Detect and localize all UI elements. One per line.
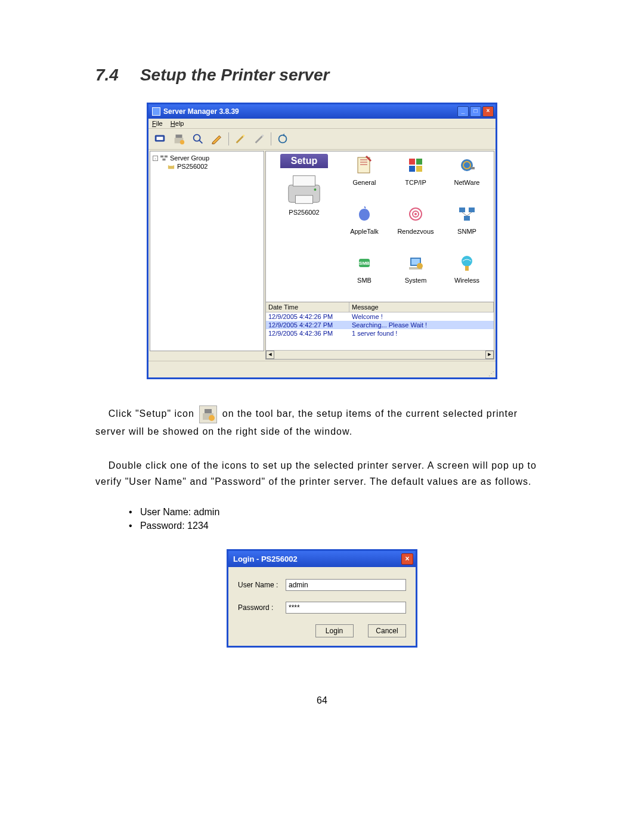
log-head-message[interactable]: Message [349, 302, 494, 312]
general-label: General [352, 179, 376, 186]
scroll-left-icon[interactable]: ◄ [266, 351, 274, 359]
svg-point-9 [279, 135, 287, 143]
snmp-label: SNMP [457, 228, 476, 235]
printer-label: PS256002 [268, 209, 340, 216]
heading-number: 7.4 [95, 66, 119, 84]
para2: Double click one of the icons to set up … [95, 460, 537, 487]
login-button[interactable]: Login [315, 624, 354, 637]
toolbar-server-icon[interactable] [152, 131, 168, 147]
toolbar-wand1-icon[interactable] [233, 131, 248, 147]
log-dt: 12/9/2005 4:42:36 PM [266, 329, 349, 337]
printer-icon[interactable] [284, 172, 324, 208]
svg-rect-23 [416, 166, 422, 172]
toolbar-edit-icon[interactable] [209, 131, 225, 147]
svg-rect-3 [176, 135, 182, 138]
snmp-icon[interactable]: SNMP [442, 204, 491, 250]
wireless-label: Wireless [454, 277, 479, 284]
log-msg: Searching... Please Wait ! [349, 321, 494, 329]
toolbar-refresh-icon[interactable] [275, 131, 290, 147]
svg-rect-22 [409, 166, 415, 172]
tcpip-label: TCP/IP [405, 179, 426, 186]
log-msg: 1 server found ! [349, 329, 494, 337]
log-dt: 12/9/2005 4:42:27 PM [266, 321, 349, 329]
menu-file[interactable]: File [152, 120, 163, 127]
tcpip-icon[interactable]: TCP/IP [391, 155, 440, 202]
svg-rect-40 [465, 266, 469, 271]
paragraph-1: Click "Setup" icon on the tool bar, the … [95, 405, 549, 439]
password-input[interactable] [286, 602, 406, 614]
app-icon [152, 107, 160, 116]
svg-rect-32 [464, 216, 470, 221]
tree-child-label: PS256002 [177, 163, 208, 170]
log-row[interactable]: 12/9/2005 4:42:36 PM 1 server found ! [266, 329, 494, 337]
window-titlebar: Server Manager 3.8.39 _ □ × [148, 104, 496, 119]
server-group-icon [160, 154, 168, 162]
password-label: Password : [238, 603, 286, 612]
tree-panel: - Server Group PS256002 [150, 151, 264, 351]
svg-rect-11 [165, 156, 168, 157]
svg-line-6 [199, 140, 203, 144]
svg-point-8 [262, 135, 264, 137]
heading-title: Setup the Printer server [140, 66, 329, 84]
statusbar [148, 361, 496, 370]
log-row[interactable]: 12/9/2005 4:42:26 PM Welcome ! [266, 312, 494, 321]
smb-label: SMB [357, 277, 371, 284]
login-close-button[interactable]: × [401, 553, 413, 565]
server-manager-window: Server Manager 3.8.39 _ □ × File Help [147, 103, 497, 379]
svg-rect-21 [416, 159, 422, 165]
tree-root-label: Server Group [170, 154, 209, 162]
svg-rect-31 [469, 208, 475, 212]
menubar: File Help [148, 119, 496, 129]
section-heading: 7.4Setup the Printer server [95, 66, 549, 85]
wireless-icon[interactable]: Wireless [442, 253, 491, 299]
svg-rect-42 [205, 409, 212, 413]
resize-grip[interactable]: ⋰ [148, 370, 496, 377]
bullet-username: • User Name: admin [129, 507, 549, 518]
smb-icon[interactable]: SMBSMB [340, 253, 389, 299]
system-label: System [405, 277, 427, 284]
log-table: Date Time Message 12/9/2005 4:42:26 PM W… [266, 302, 494, 359]
rendezvous-label: Rendezvous [397, 228, 434, 235]
log-head-datetime[interactable]: Date Time [266, 302, 349, 312]
svg-point-43 [209, 415, 215, 421]
svg-point-29 [414, 213, 417, 215]
appletalk-label: AppleTalk [350, 228, 379, 235]
log-dt: 12/9/2005 4:42:26 PM [266, 312, 349, 321]
svg-point-18 [314, 188, 317, 191]
svg-rect-14 [169, 164, 174, 166]
log-row[interactable]: 12/9/2005 4:42:27 PM Searching... Please… [266, 321, 494, 329]
tree-root[interactable]: - Server Group [153, 154, 261, 162]
page-number: 64 [95, 695, 549, 706]
username-input[interactable] [286, 579, 406, 591]
window-title: Server Manager 3.8.39 [163, 107, 457, 116]
printer-node-icon [167, 163, 175, 170]
inline-setup-icon [199, 405, 217, 423]
scroll-right-icon[interactable]: ► [485, 351, 494, 359]
paragraph-2: Double click one of the icons to set up … [95, 457, 549, 490]
svg-rect-12 [162, 159, 165, 160]
log-scrollbar[interactable]: ◄ ► [266, 350, 494, 359]
rendezvous-icon[interactable]: Rendezvous [391, 204, 440, 250]
svg-point-7 [243, 135, 245, 137]
netware-icon[interactable]: NetWare [442, 155, 491, 202]
svg-rect-10 [160, 156, 163, 157]
svg-text:SMB: SMB [359, 261, 370, 266]
log-msg: Welcome ! [349, 312, 494, 321]
general-icon[interactable]: General [340, 155, 389, 202]
maximize-button[interactable]: □ [470, 106, 481, 117]
svg-point-4 [180, 140, 184, 144]
system-icon[interactable]: System [391, 253, 440, 299]
toolbar-search-icon[interactable] [190, 131, 206, 147]
tree-collapse-icon[interactable]: - [153, 156, 158, 161]
login-title: Login - PS256002 [233, 555, 401, 563]
minimize-button[interactable]: _ [457, 106, 469, 117]
tree-child[interactable]: PS256002 [167, 162, 261, 171]
appletalk-icon[interactable]: AppleTalk [340, 204, 389, 250]
toolbar-setup-icon[interactable] [171, 131, 187, 147]
setup-banner: Setup [280, 154, 328, 168]
close-button[interactable]: × [482, 106, 494, 117]
svg-rect-1 [157, 137, 163, 140]
menu-help[interactable]: Help [171, 120, 184, 127]
toolbar-wand2-icon[interactable] [252, 131, 267, 147]
cancel-button[interactable]: Cancel [368, 624, 406, 637]
